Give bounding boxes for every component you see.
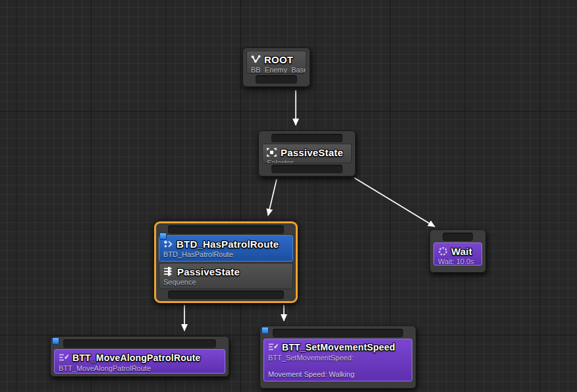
sequence-title: PassiveState <box>177 266 240 277</box>
decorator-icon <box>163 239 173 249</box>
root-output-pin[interactable] <box>256 75 297 84</box>
selector-output-pin[interactable] <box>271 165 343 173</box>
speed-input-pin[interactable] <box>273 329 403 337</box>
move-input-pin[interactable] <box>63 339 216 348</box>
selector-order-badge: 0 <box>348 129 360 141</box>
decorator-title: BTD_HasPatrolRoute <box>177 238 279 250</box>
move-subtitle: BTT_MoveAlongPatrolRoute <box>59 364 221 373</box>
task-icon <box>59 353 69 362</box>
sequence-icon <box>163 267 174 276</box>
wait-title: Wait <box>451 246 472 257</box>
root-node[interactable]: ROOT BB_Enemy_Base <box>242 47 310 87</box>
selector-input-pin[interactable] <box>271 134 343 142</box>
task-node-move-along-patrol-route[interactable]: 3 BTT_MoveAlongPatrolRoute <box>50 336 229 377</box>
sequence-subtitle: Sequence <box>163 278 288 287</box>
composite-output-pin[interactable] <box>168 291 284 299</box>
speed-title: BTT_SetMovementSpeed <box>282 342 395 352</box>
decorator-order-badge: 1 <box>290 224 302 236</box>
selector-node-body: PassiveState Selector <box>262 144 352 163</box>
wait-node-body: Wait Wait: 10.0s <box>433 242 482 266</box>
selector-icon <box>267 148 277 157</box>
wait-timer-icon <box>438 246 448 256</box>
behavior-tree-canvas[interactable]: ROOT BB_Enemy_Base 0 PassiveS <box>0 0 577 392</box>
selector-title: PassiveState <box>281 147 343 158</box>
decorator-subtitle: BTD_HasPatrolRoute <box>163 250 288 259</box>
blackboard-asset-icon <box>159 233 167 240</box>
wait-order-badge: 5 <box>478 229 490 240</box>
selector-subtitle: Selector <box>267 159 347 163</box>
speed-node-body: BTT_SetMovementSpeed BTT_SetMovementSpee… <box>263 339 412 381</box>
task-asset-icon <box>52 337 59 345</box>
wait-node[interactable]: 5 Wait Wait: 10.0s <box>429 229 486 273</box>
composite-input-pin[interactable] <box>168 225 284 234</box>
move-node-body: BTT_MoveAlongPatrolRoute BTT_MoveAlongPa… <box>54 349 225 374</box>
move-order-badge: 3 <box>222 335 234 347</box>
wait-subtitle: Wait: 10.0s <box>438 258 478 266</box>
root-subtitle: BB_Enemy_Base <box>251 66 302 74</box>
selector-node[interactable]: 0 PassiveState Selector <box>258 130 356 177</box>
task-icon <box>268 343 279 352</box>
composite-node[interactable]: 1 2 BTD_HasPatrolRoute BTD_HasPatrolRout… <box>154 221 298 303</box>
decorator-row[interactable]: BTD_HasPatrolRoute BTD_HasPatrolRoute <box>159 235 293 262</box>
wait-input-pin[interactable] <box>443 233 473 241</box>
task-asset-icon <box>261 327 269 334</box>
task-node-set-movement-speed[interactable]: 4 BTT_SetMovementSpeed <box>260 325 416 389</box>
sequence-row[interactable]: PassiveState Sequence <box>159 263 293 289</box>
root-node-body: ROOT BB_Enemy_Base <box>246 51 306 74</box>
speed-order-badge: 4 <box>409 325 421 337</box>
root-title: ROOT <box>264 54 293 65</box>
speed-detail: Movement Speed: Walking <box>268 370 408 379</box>
speed-subtitle: BTT_SetMovementSpeed: <box>268 354 408 362</box>
wire-selector-to-wait <box>354 178 435 227</box>
wire-selector-to-composite <box>268 179 277 215</box>
root-graph-icon <box>251 55 261 64</box>
move-title: BTT_MoveAlongPatrolRoute <box>72 352 201 363</box>
